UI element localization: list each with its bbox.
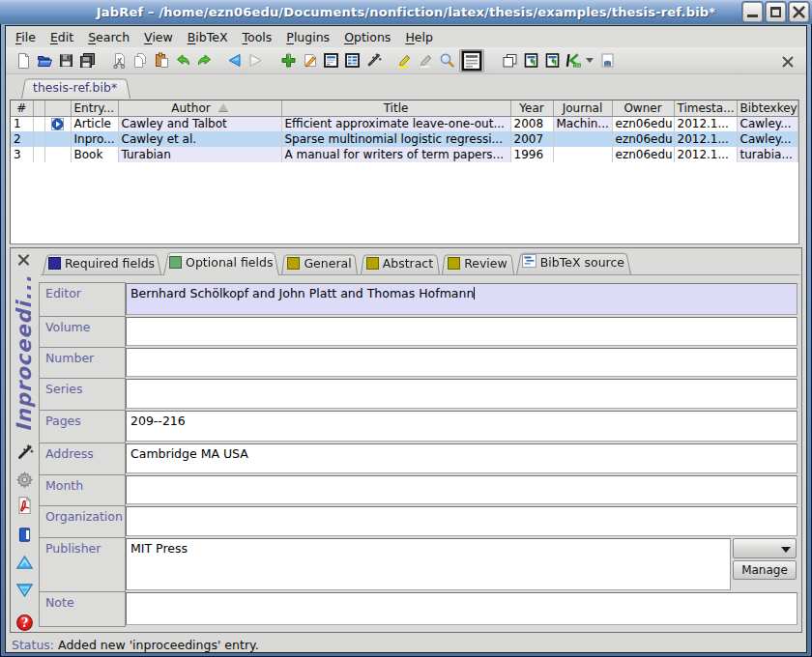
toolbar-push-to-lyx[interactable]: TEX [565, 51, 582, 70]
edit-strings-icon [344, 52, 361, 69]
menu-file[interactable]: File [13, 27, 39, 47]
toolbar-forward[interactable] [246, 51, 264, 70]
cell-number: 1 [11, 116, 33, 131]
toolbar-save-all[interactable] [78, 51, 96, 70]
toolbar-undo[interactable] [174, 51, 191, 70]
cell-ranking [33, 147, 44, 162]
cell-ranking [33, 116, 44, 131]
editor-open-file-side-button[interactable] [15, 526, 34, 544]
column-header-journal[interactable]: Journal [553, 100, 612, 116]
toolbar-new-entry[interactable] [279, 51, 297, 70]
column-header-bibtexkey[interactable]: Bibtexkey [737, 100, 798, 116]
tab-bibtex-source[interactable]: BibTeX source [516, 251, 631, 274]
menu-search[interactable]: Search [85, 27, 132, 47]
cell-title: A manual for writers of term papers... [281, 147, 510, 162]
toolbar-new-database[interactable] [14, 51, 32, 70]
menu-bibtex[interactable]: BibTeX [185, 27, 231, 47]
publisher-combobox[interactable] [733, 538, 797, 558]
field-label-month: Month [39, 474, 126, 506]
field-input-publisher[interactable]: MIT Press [126, 538, 731, 590]
toolbar-group [395, 49, 484, 72]
toolbar-push-to-emacs[interactable] [522, 51, 539, 70]
field-label-organization: Organization [39, 505, 126, 538]
field-input-number[interactable] [126, 348, 798, 377]
table-row-selected[interactable]: 2 Inpro... Cawley et al. Sparse multinom… [11, 131, 798, 147]
toolbar-copy-key[interactable] [501, 51, 518, 70]
editor-previous-entry-button[interactable] [15, 554, 34, 572]
toolbar-search[interactable] [438, 51, 455, 70]
tab-optional-fields[interactable]: Optional fields [163, 250, 279, 275]
toolbar-copy[interactable] [131, 51, 149, 70]
tab-abstract[interactable]: Abstract [361, 253, 440, 274]
toolbar-edit-entry[interactable] [301, 51, 318, 70]
field-input-editor[interactable]: Bernhard Schölkopf and John Platt and Th… [126, 283, 798, 315]
column-header-timestamp[interactable]: Timesta... [674, 100, 737, 116]
maximize-button[interactable] [766, 2, 786, 22]
toolbar-push-dropdown[interactable] [586, 51, 594, 70]
column-header-author[interactable]: Author [118, 100, 281, 116]
tab-required-fields[interactable]: Required fields [43, 253, 161, 274]
table-row[interactable]: 3 Book Turabian A manual for writers of … [11, 147, 798, 162]
toolbar-save-database[interactable] [57, 51, 74, 70]
menu-view[interactable]: View [141, 27, 176, 47]
jabref-window: JabRef – /home/ezn06edu/Documents/nonfic… [0, 0, 812, 657]
menu-plugins[interactable]: Plugins [283, 27, 333, 47]
tab-review[interactable]: Review [442, 253, 514, 274]
field-input-address[interactable]: Cambridge MA USA [126, 443, 798, 473]
editor-wand-button[interactable] [15, 443, 34, 462]
new-database-icon [15, 52, 32, 69]
toolbar-open-file[interactable] [598, 51, 616, 70]
tab-thesis-ref[interactable]: thesis-ref.bib* [21, 77, 130, 99]
toolbar-push-to-winedt[interactable] [543, 51, 561, 70]
menu-edit[interactable]: Edit [47, 27, 76, 47]
field-input-series[interactable] [126, 379, 798, 409]
cut-icon [111, 52, 128, 69]
column-header-file[interactable] [44, 100, 71, 116]
cell-owner: ezn06edu [612, 147, 674, 162]
toolbar-cut[interactable] [110, 51, 128, 70]
column-header-year[interactable]: Year [510, 100, 553, 116]
manage-button[interactable]: Manage [733, 560, 797, 580]
minimize-button[interactable] [742, 2, 763, 22]
toolbar-redo[interactable] [195, 51, 213, 70]
minimize-icon [747, 14, 758, 17]
tab-general[interactable]: General [281, 253, 358, 274]
close-button[interactable] [789, 2, 809, 22]
toolbar-group [225, 51, 264, 70]
toolbar-close-database[interactable] [781, 54, 795, 68]
menu-options[interactable]: Options [341, 27, 393, 47]
column-header-owner[interactable]: Owner [612, 100, 674, 116]
menu-help[interactable]: Help [402, 27, 436, 47]
column-header-number[interactable]: # [11, 100, 33, 116]
table-row[interactable]: 1 Article Cawley and Talbot Efficient ap… [11, 116, 798, 131]
editor-next-entry-button[interactable] [15, 581, 34, 599]
cell-timestamp: 2012.1... [674, 131, 737, 147]
toolbar-toggle-entry-editor[interactable] [459, 49, 484, 72]
cell-number: 2 [11, 131, 33, 147]
reference-table-container: # Entry... Author Title Year Journal Own… [10, 100, 799, 244]
toolbar-group: TEX [501, 51, 616, 70]
column-header-title[interactable]: Title [281, 100, 510, 116]
toolbar-unmark-entries[interactable] [417, 51, 434, 70]
editor-gear-button[interactable] [15, 471, 34, 489]
column-header-entrytype[interactable]: Entry... [71, 100, 118, 116]
field-input-organization[interactable] [126, 506, 798, 536]
field-input-month[interactable] [126, 475, 798, 504]
toolbar-preview[interactable] [322, 51, 339, 70]
editor-pdf-button[interactable] [15, 496, 34, 514]
toolbar-mark-entries[interactable] [395, 51, 413, 70]
field-input-note[interactable] [126, 592, 798, 625]
file-link-icon[interactable] [51, 118, 64, 130]
toolbar-open-database[interactable] [36, 51, 53, 70]
titlebar[interactable]: JabRef – /home/ezn06edu/Documents/nonfic… [0, 0, 812, 24]
entry-editor-close-icon[interactable] [16, 253, 31, 267]
toolbar-edit-strings[interactable] [343, 51, 361, 70]
field-input-volume[interactable] [126, 317, 798, 346]
toolbar-paste[interactable] [153, 51, 170, 70]
menu-tools[interactable]: Tools [240, 27, 276, 47]
column-header-ranking[interactable] [33, 100, 44, 116]
toolbar-autogenerate-keys[interactable] [364, 51, 382, 70]
toolbar-back[interactable] [225, 51, 243, 70]
field-input-pages[interactable]: 209--216 [126, 411, 798, 442]
editor-help-button[interactable]: ? [15, 614, 34, 632]
